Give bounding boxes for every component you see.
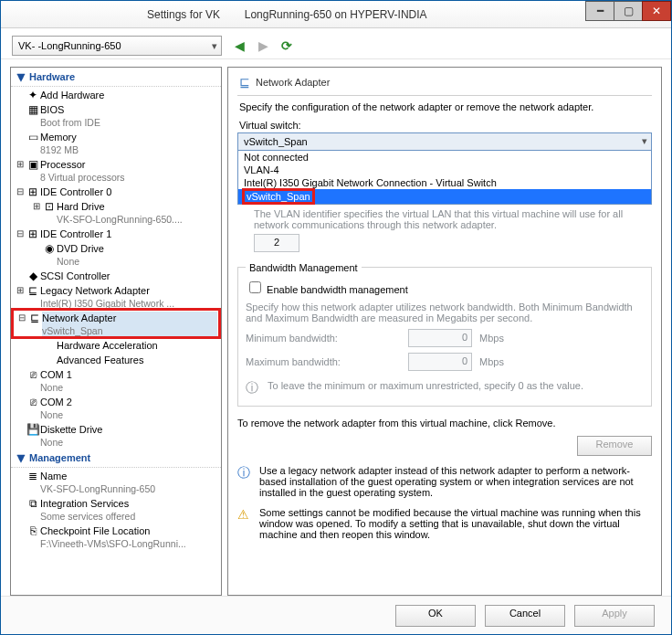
- collapse-icon[interactable]: ⯆: [16, 72, 26, 82]
- switch-option-selected[interactable]: vSwitch_Span: [238, 189, 651, 204]
- tree-item[interactable]: 💾Diskette DriveNone: [11, 421, 221, 449]
- tree-item-icon: ⎘: [26, 524, 40, 550]
- expand-icon: [15, 497, 26, 523]
- refresh-icon[interactable]: ⟳: [280, 38, 293, 53]
- close-button[interactable]: ✕: [642, 1, 671, 21]
- ok-button[interactable]: OK: [395, 605, 476, 627]
- tree-item-icon: ▭: [26, 131, 40, 156]
- dialog-footer: OK Cancel Apply: [1, 596, 671, 634]
- tree-item-icon: ▦: [26, 103, 40, 129]
- tree-item-icon: ⊑: [27, 312, 42, 337]
- tree-item[interactable]: Advanced Features: [11, 352, 221, 366]
- vlan-id-input[interactable]: 2: [254, 234, 299, 252]
- virtual-switch-dropdown[interactable]: Not connected VLAN-4 Intel(R) I350 Gigab…: [237, 151, 652, 205]
- settings-tree[interactable]: ⯆ Hardware ✦Add Hardware▦BIOSBoot from I…: [10, 67, 222, 596]
- vm-running-warning: Some settings cannot be modified because…: [259, 507, 652, 540]
- tree-item[interactable]: ⊟⊞IDE Controller 0: [11, 184, 221, 198]
- network-adapter-icon: ⊑: [239, 75, 250, 90]
- tree-item-label: Add Hardware: [40, 89, 219, 101]
- bandwidth-group-label: Bandwidth Management: [246, 262, 362, 273]
- switch-option[interactable]: Not connected: [238, 151, 651, 164]
- tree-item-icon: ⧉: [26, 497, 40, 523]
- expand-icon: [15, 470, 26, 495]
- expand-icon[interactable]: ⊞: [15, 284, 26, 310]
- tree-item-icon: [42, 354, 57, 366]
- vm-selector[interactable]: VK- -LongRunning-650: [12, 36, 222, 56]
- tree-item-sublabel: None: [40, 408, 219, 421]
- tree-item-icon: ⎚: [26, 368, 40, 394]
- tree-item-label: Name: [40, 470, 219, 482]
- tree-item-sublabel: Boot from IDE: [40, 116, 219, 129]
- tree-item-icon: ▣: [26, 158, 40, 184]
- unit-label: Mbps: [479, 356, 504, 367]
- detail-panel: ⊑ Network Adapter Specify the configurat…: [227, 67, 662, 596]
- hardware-header: ⯆ Hardware: [11, 68, 221, 87]
- expand-icon: [15, 368, 26, 394]
- warning-icon: ⚠: [237, 507, 252, 540]
- tree-item-sublabel: None: [57, 255, 219, 268]
- titlebar: Settings for VK LongRunning-650 on HYPER…: [1, 1, 671, 28]
- max-bandwidth-input: 0: [408, 353, 472, 371]
- tree-item-label: Advanced Features: [57, 354, 219, 366]
- tree-item[interactable]: ⎘Checkpoint File LocationF:\Vineeth-VMs\…: [11, 523, 221, 550]
- virtual-switch-combo[interactable]: vSwitch_Span: [237, 132, 652, 151]
- tree-item-icon: ≣: [26, 470, 40, 495]
- expand-icon: [15, 396, 26, 421]
- tree-item-sublabel: Intel(R) I350 Gigabit Network ...: [40, 297, 219, 310]
- switch-option[interactable]: VLAN-4: [238, 164, 651, 176]
- tree-item[interactable]: ≣NameVK-SFO-LongRunning-650: [11, 468, 221, 495]
- tree-item[interactable]: ⊞⊑Legacy Network AdapterIntel(R) I350 Gi…: [11, 282, 221, 310]
- virtual-switch-label: Virtual switch:: [239, 120, 650, 131]
- tree-item-label: COM 2: [40, 396, 219, 408]
- tree-item-label: Integration Services: [40, 497, 219, 510]
- expand-icon[interactable]: ⊟: [16, 312, 27, 337]
- cancel-button[interactable]: Cancel: [485, 605, 565, 627]
- vlan-note: The VLAN identifier specifies the virtua…: [254, 208, 650, 230]
- expand-icon: [15, 103, 26, 129]
- tree-item[interactable]: ⎚COM 1None: [11, 366, 221, 394]
- window-title: Settings for VK LongRunning-650 on HYPER…: [147, 8, 427, 21]
- expand-icon: [15, 89, 26, 101]
- minimize-button[interactable]: ━: [585, 1, 614, 21]
- tree-item[interactable]: ⊟⊞IDE Controller 1: [11, 226, 221, 240]
- expand-icon[interactable]: ⊞: [31, 200, 42, 226]
- tree-item-icon: ⎚: [26, 396, 40, 421]
- tree-item[interactable]: ▭Memory8192 MB: [11, 129, 221, 156]
- remove-button: Remove: [577, 436, 652, 456]
- expand-icon[interactable]: ⊞: [15, 158, 26, 184]
- tree-item[interactable]: ◉DVD DriveNone: [11, 240, 221, 268]
- expand-icon[interactable]: ⊟: [15, 228, 26, 240]
- tree-item-label: Hardware Acceleration: [57, 339, 219, 352]
- expand-icon[interactable]: ⊟: [15, 185, 26, 198]
- collapse-icon[interactable]: ⯆: [16, 453, 26, 463]
- tree-item-icon: ◆: [26, 270, 40, 282]
- tree-item-sublabel: 8 Virtual processors: [40, 171, 219, 184]
- tree-item-icon: ⊞: [26, 228, 40, 240]
- enable-bandwidth-checkbox[interactable]: [249, 281, 261, 293]
- tree-item-icon: ⊑: [26, 284, 40, 310]
- tree-item[interactable]: ⧉Integration ServicesSome services offer…: [11, 495, 221, 523]
- bandwidth-note: Specify how this network adapter utilize…: [246, 302, 644, 323]
- switch-option[interactable]: Intel(R) I350 Gigabit Network Connection…: [238, 176, 651, 189]
- tree-item[interactable]: ◆SCSI Controller: [11, 268, 221, 282]
- nav-back-icon[interactable]: ◀: [233, 38, 246, 53]
- tree-item-icon: ◉: [42, 242, 57, 268]
- tree-item[interactable]: ⊟⊑Network AdaptervSwitch_Span: [13, 310, 219, 337]
- maximize-button[interactable]: ▢: [614, 1, 643, 21]
- tree-item[interactable]: Hardware Acceleration: [11, 337, 221, 352]
- remove-note: To remove the network adapter from this …: [237, 418, 652, 429]
- tree-item[interactable]: ⎚COM 2None: [11, 394, 221, 421]
- expand-icon: [31, 339, 42, 352]
- tree-item-icon: [42, 339, 57, 352]
- tree-item-label: SCSI Controller: [40, 270, 219, 282]
- tree-item-label: COM 1: [40, 368, 219, 381]
- tree-item[interactable]: ⊞▣Processor8 Virtual processors: [11, 156, 221, 184]
- expand-icon: [31, 354, 42, 366]
- tree-item[interactable]: ✦Add Hardware: [11, 87, 221, 101]
- expand-icon: [15, 524, 26, 550]
- tree-item[interactable]: ▦BIOSBoot from IDE: [11, 101, 221, 129]
- toolbar: VK- -LongRunning-650 ◀ ▶ ⟳: [1, 28, 671, 59]
- tree-item-label: Legacy Network Adapter: [40, 284, 219, 297]
- enable-bandwidth-label: Enable bandwidth management: [267, 284, 408, 295]
- tree-item[interactable]: ⊞⊡Hard DriveVK-SFO-LongRunning-650....: [11, 198, 221, 226]
